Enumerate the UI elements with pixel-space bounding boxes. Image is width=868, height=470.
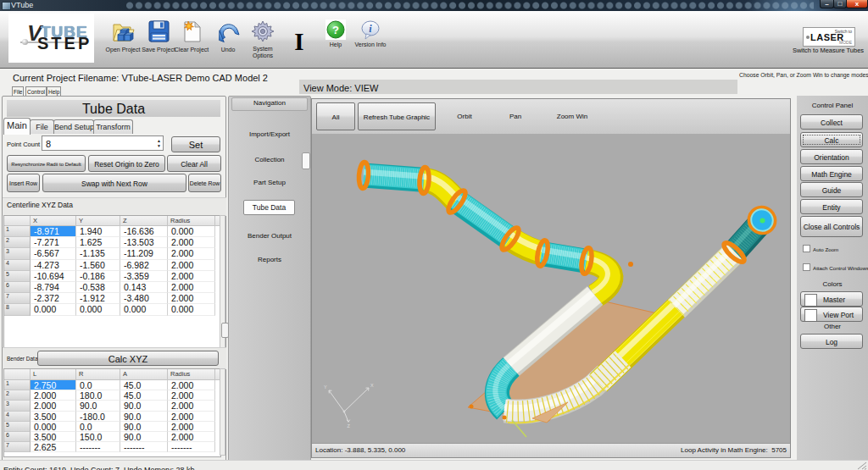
svg-text:?: ? (332, 24, 339, 36)
svg-text:Z: Z (348, 423, 351, 429)
svg-text:X: X (370, 383, 374, 388)
svg-text:Y: Y (324, 384, 327, 390)
